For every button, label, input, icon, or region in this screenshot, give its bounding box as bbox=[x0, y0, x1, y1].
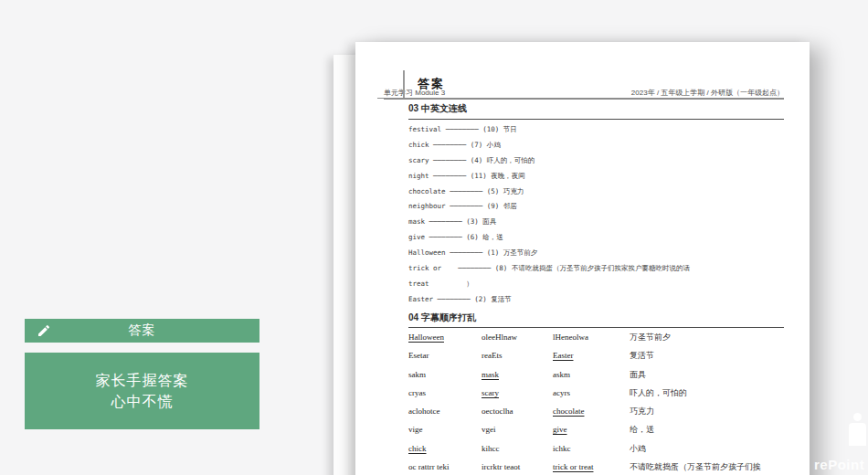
table-row: aclohotce oectoclha chocolate 巧克力 bbox=[408, 406, 788, 424]
scramble-word: aclohotce bbox=[408, 406, 482, 417]
answer-tab-button[interactable]: 答案 bbox=[25, 319, 259, 343]
watermark-text: rePoint bbox=[814, 457, 864, 472]
match-line: chocolate ──────── (5) 巧克力 bbox=[408, 185, 784, 200]
match-line: give ──────── (6) 给，送 bbox=[408, 230, 784, 246]
match-line: festival ──────── (10) 节日 bbox=[408, 122, 784, 138]
match-line: mask ──────── (3) 面具 bbox=[408, 215, 784, 230]
match-line: treat ） bbox=[408, 277, 784, 292]
parent-note-line2: 心中不慌 bbox=[111, 391, 174, 412]
section-04-rule bbox=[408, 327, 784, 328]
word-meaning: 不请吃就捣蛋（万圣节前夕孩子们挨 bbox=[630, 461, 788, 472]
scramble-word: acyrs bbox=[553, 387, 630, 398]
scramble-word: askm bbox=[553, 369, 630, 380]
doc-header-rule bbox=[384, 99, 784, 100]
doc-title-bar bbox=[403, 70, 405, 98]
match-line: neighbour ──────── (9) 邻居 bbox=[408, 199, 784, 215]
word-meaning: 面具 bbox=[630, 369, 788, 380]
person-icon bbox=[846, 411, 868, 457]
scramble-word: vige bbox=[408, 424, 482, 435]
word-meaning: 小鸡 bbox=[630, 443, 788, 454]
match-line: chick ──────── (7) 小鸡 bbox=[408, 138, 784, 153]
word-meaning: 给，送 bbox=[630, 424, 788, 435]
scramble-word: cryas bbox=[408, 387, 482, 398]
answer-tab-label: 答案 bbox=[25, 322, 259, 339]
scramble-word: sakm bbox=[408, 369, 482, 380]
word-meaning: 吓人的，可怕的 bbox=[630, 387, 788, 398]
table-row: Esetar reaEts Easter 复活节 bbox=[408, 350, 788, 368]
scramble-word: trick or treat bbox=[553, 461, 630, 472]
scramble-word: ichkc bbox=[553, 443, 630, 454]
doc-title: 答案 bbox=[418, 76, 445, 92]
table-row: oc rattrr teki ircrktr teaot trick or tr… bbox=[408, 461, 788, 475]
doc-header-right: 2023年 / 五年级上学期 / 外研版（一年级起点） bbox=[631, 88, 784, 98]
scramble-word: lHeneolwa bbox=[553, 332, 630, 343]
scramble-word: ircrktr teaot bbox=[482, 461, 553, 472]
scramble-word: scary bbox=[482, 387, 553, 398]
word-meaning: 巧克力 bbox=[630, 406, 788, 417]
match-line: night ──────── (11) 夜晚，夜间 bbox=[408, 169, 784, 185]
parent-note-box: 家长手握答案 心中不慌 bbox=[25, 353, 259, 429]
scramble-word: oectoclha bbox=[482, 406, 553, 417]
scramble-word: Halloween bbox=[408, 332, 482, 343]
scramble-word: chocolate bbox=[553, 406, 630, 417]
match-list: festival ──────── (10) 节日 chick ────────… bbox=[408, 122, 784, 308]
table-row: chick kihcc ichkc 小鸡 bbox=[408, 443, 788, 461]
pencil-icon bbox=[37, 323, 51, 338]
scramble-word: Esetar bbox=[408, 350, 482, 361]
scramble-word: mask bbox=[482, 369, 553, 380]
scramble-word: vgei bbox=[482, 424, 553, 435]
section-03-rule bbox=[408, 119, 784, 120]
table-row: Halloween oleeHlnaw lHeneolwa 万圣节前夕 bbox=[408, 332, 788, 350]
match-line: trick or ──────── (8) 不请吃就捣蛋（万圣节前夕孩子们挨家挨… bbox=[408, 261, 784, 277]
table-row: sakm mask askm 面具 bbox=[408, 369, 788, 387]
doc-title-rule bbox=[377, 98, 784, 99]
section-03-heading: 03 中英文连线 bbox=[408, 102, 467, 115]
parent-note-line1: 家长手握答案 bbox=[96, 370, 189, 391]
match-line: Halloween ──────── (1) 万圣节前夕 bbox=[408, 246, 784, 261]
document-page: 单元学习 Module 3 2023年 / 五年级上学期 / 外研版（一年级起点… bbox=[355, 42, 810, 475]
scramble-word: give bbox=[553, 424, 630, 435]
table-row: vige vgei give 给，送 bbox=[408, 424, 788, 442]
scramble-word: oc rattrr teki bbox=[408, 461, 482, 472]
scramble-word: chick bbox=[408, 443, 482, 454]
scramble-word: Easter bbox=[553, 350, 630, 361]
scramble-word: oleeHlnaw bbox=[482, 332, 553, 343]
match-line: Easter ──────── (2) 复活节 bbox=[408, 292, 784, 308]
section-04-heading: 04 字幕顺序打乱 bbox=[408, 311, 476, 324]
scramble-table: Halloween oleeHlnaw lHeneolwa 万圣节前夕 Eset… bbox=[408, 332, 788, 475]
scramble-word: reaEts bbox=[482, 350, 553, 361]
word-meaning: 万圣节前夕 bbox=[630, 332, 788, 343]
word-meaning: 复活节 bbox=[630, 350, 788, 361]
scramble-word: kihcc bbox=[482, 443, 553, 454]
table-row: cryas scary acyrs 吓人的，可怕的 bbox=[408, 387, 788, 406]
match-line: scary ──────── (4) 吓人的，可怕的 bbox=[408, 153, 784, 169]
